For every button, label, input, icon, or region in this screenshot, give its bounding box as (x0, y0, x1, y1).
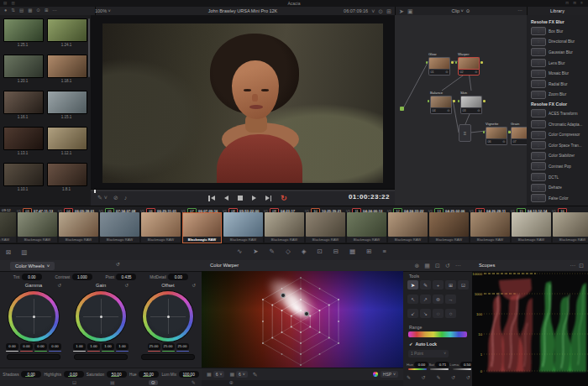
still-thumbnail[interactable] (47, 91, 87, 114)
warp-right-icon[interactable]: ↗ (420, 295, 431, 304)
still-thumbnail[interactable] (47, 163, 87, 186)
grid-view-icon[interactable]: ▦ (28, 8, 32, 13)
wheel-channel-value[interactable]: 25.00 (176, 343, 189, 352)
stop-button[interactable] (238, 196, 243, 201)
diamond-icon[interactable]: ◇ (286, 248, 291, 255)
timeline-clip-10[interactable]: Blackmagic RAW (306, 212, 345, 243)
grid-tool-icon[interactable]: ⊞ (445, 280, 456, 290)
warp-up-icon[interactable]: ↘ (420, 309, 431, 318)
still-thumbnail[interactable] (47, 18, 87, 42)
reset-wheels-icon[interactable]: ↺ (116, 262, 120, 267)
wheel-master-slider[interactable] (141, 354, 195, 360)
wheel-reset-icon[interactable]: ↺ (124, 283, 129, 288)
node-vignette[interactable]: Vignette06⊙ (486, 122, 507, 145)
timeline-clip-08[interactable]: Blackmagic RAW (223, 212, 263, 243)
playhead-marker[interactable] (94, 190, 96, 193)
fx-item[interactable]: ◌Chromatic Adapta... (527, 119, 588, 130)
gallery-still[interactable]: 1.12.1 (47, 127, 86, 155)
color-warper-canvas[interactable] (202, 271, 403, 368)
warper-control-point[interactable] (304, 311, 309, 316)
cursor-icon[interactable]: ➤ (253, 248, 258, 255)
skip-end-button[interactable] (265, 196, 272, 201)
wheel-gain[interactable] (76, 291, 126, 342)
clip-progress-line[interactable] (91, 190, 395, 191)
dock-warper-icon[interactable]: ⊙ (149, 380, 158, 385)
split-icon[interactable]: ⊟ (333, 248, 339, 255)
pen-icon[interactable]: ✎ (270, 248, 275, 255)
timeline-clip-partial[interactable]: Blackmagic RAW (0, 212, 16, 243)
timeline-clip-04[interactable]: Blackmagic RAW (59, 212, 98, 243)
skip-start-button[interactable] (208, 196, 215, 201)
fx-item[interactable]: ◌Gaussian Blur (527, 47, 588, 58)
warper-control-point[interactable] (281, 293, 286, 298)
wheel-reset-icon[interactable]: ↺ (57, 283, 61, 288)
wave-icon[interactable]: ∿ (237, 248, 242, 255)
pin-tool-icon[interactable]: + (433, 280, 444, 290)
stills-icon[interactable]: ▥ (21, 249, 27, 256)
grid-icon[interactable]: ▦ (349, 248, 355, 255)
still-thumbnail[interactable] (47, 55, 87, 78)
fx-item[interactable]: ◌Dehaze (527, 182, 588, 193)
list-icon[interactable]: ≡ (382, 248, 386, 255)
loop-button[interactable]: ↻ (281, 194, 287, 202)
color-wheels-mode-select[interactable]: Color Wheels˅ (10, 262, 55, 270)
auto-grade-icon[interactable]: ⊠ (6, 249, 11, 256)
timeline-clip-16[interactable]: Blackmagic RAW (553, 212, 588, 243)
fx-item[interactable]: ◌ACES Transform (527, 108, 588, 119)
node-mode-select[interactable]: Clip ˅ ⊙ (395, 8, 527, 13)
node-balance[interactable]: Balance04⊙ (430, 91, 452, 114)
chevron-down-icon[interactable]: ˅ (371, 8, 375, 14)
multi-point-icon[interactable]: ⊚ (433, 295, 444, 304)
circle-icon[interactable]: ○ (445, 309, 456, 318)
gallery-scrollbar[interactable] (88, 18, 90, 77)
fx-item[interactable]: ◌Directional Blur (527, 37, 588, 48)
timeline-clip-07[interactable]: Blackmagic RAW (182, 212, 222, 243)
wheel-channel-value[interactable]: 1.00 (116, 343, 129, 352)
point-mode-select[interactable]: 1 Point˅ (408, 350, 449, 357)
loupe-icon[interactable]: ⊙ (378, 8, 383, 14)
gallery-still[interactable]: 1.13.1 (3, 127, 42, 155)
param-value[interactable]: 50.00 (139, 371, 159, 378)
video-frame[interactable] (102, 23, 383, 183)
fx-item[interactable]: ◌Radial Blur (527, 79, 588, 90)
param-value[interactable]: 0.00 (168, 274, 188, 281)
param-value[interactable]: 100.00 (179, 371, 199, 378)
gallery-still[interactable]: 1.8.1 (47, 163, 86, 191)
dock-tracker-icon[interactable]: ⊕ (229, 380, 234, 385)
timeline-clip-15[interactable]: Blackmagic RAW (512, 212, 551, 243)
still-thumbnail[interactable] (3, 55, 44, 78)
warp-left-icon[interactable]: ↖ (407, 295, 418, 304)
fx-item[interactable]: ◌Contrast Pop (527, 161, 588, 172)
draw-mode-icon[interactable]: ✎ (253, 372, 258, 378)
still-thumbnail[interactable] (3, 91, 44, 114)
timeline-clip-05[interactable]: Blackmagic RAW (100, 212, 139, 243)
fx-item[interactable]: ◌Mosaic Blur (527, 68, 588, 79)
gallery-still[interactable]: 1.16.1 (3, 91, 42, 119)
grid-icon[interactable]: ▦ (424, 263, 430, 269)
node-warper[interactable]: Warper02⊙ (458, 52, 480, 76)
more-icon[interactable]: ⋯ (53, 8, 58, 13)
record-icon[interactable]: ● (4, 8, 7, 13)
wheel-reset-icon[interactable]: ↺ (192, 283, 196, 288)
keyframe-icon[interactable]: ◈ (302, 248, 307, 255)
fx-item[interactable]: ◌Zoom Blur (527, 90, 588, 101)
wheel-channel-value[interactable]: 0.00 (34, 343, 47, 352)
wheel-channel-value[interactable]: 0.00 (6, 343, 18, 352)
wheel-channel-value[interactable]: 1.00 (102, 343, 114, 352)
add-icon[interactable]: ⊞ (366, 248, 371, 255)
sort-icon[interactable]: ⇅ (11, 8, 15, 13)
add-still-icon[interactable]: ⊞ (45, 8, 49, 13)
expand-tool-icon[interactable]: ⊡ (458, 280, 469, 290)
param-value[interactable]: 0.00 (22, 274, 42, 281)
timeline-clip-12[interactable]: Blackmagic RAW (388, 212, 428, 243)
bypass-grade-icon[interactable]: ⊘ (113, 195, 118, 201)
timeline-clip-14[interactable]: Blackmagic RAW (470, 212, 510, 243)
param-value[interactable]: 50.00 (107, 371, 127, 378)
wheel-gamma[interactable] (8, 291, 59, 342)
lum-grid-select[interactable]: ▦6 ˅ (229, 371, 247, 378)
gallery-still[interactable]: 1.24.1 (47, 18, 86, 47)
viewer-timecode-top[interactable]: 06:07:09:16 (344, 8, 368, 13)
annotate-pen-icon[interactable]: ✎ ˅ (97, 195, 108, 201)
timeline-clip-11[interactable]: Blackmagic RAW (347, 212, 386, 243)
still-thumbnail[interactable] (3, 18, 44, 42)
